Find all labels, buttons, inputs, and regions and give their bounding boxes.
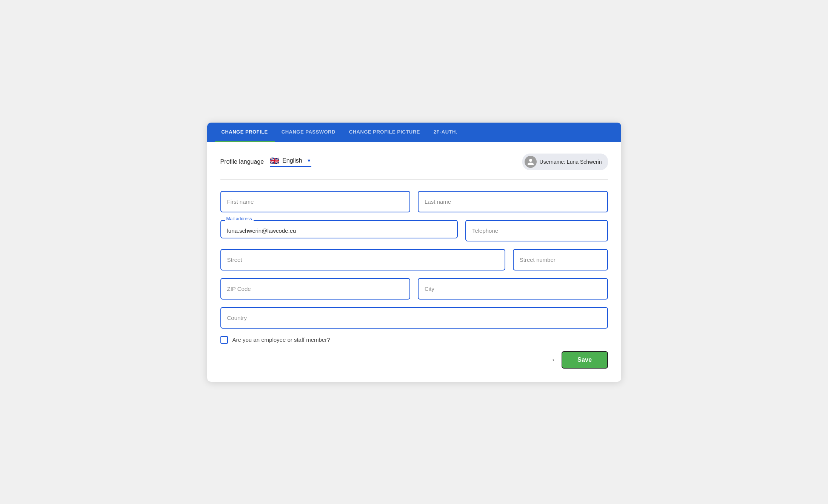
chevron-down-icon: ▼ [307, 158, 311, 163]
first-name-field [220, 191, 411, 212]
main-window: CHANGE PROFILE CHANGE PASSWORD CHANGE PR… [207, 123, 621, 382]
country-row [220, 307, 608, 329]
country-input[interactable] [220, 307, 608, 329]
last-name-field [418, 191, 608, 212]
employee-checkbox-label: Are you an employee or staff member? [232, 337, 330, 343]
divider [220, 179, 608, 180]
username-label: Username: Luna Schwerin [540, 159, 602, 165]
mail-address-label: Mail address [225, 216, 254, 221]
street-input[interactable] [220, 249, 505, 270]
save-button[interactable]: Save [562, 351, 608, 369]
content-area: Profile language 🇬🇧 English ▼ Username: … [207, 142, 621, 382]
country-field [220, 307, 608, 329]
tab-change-profile-picture[interactable]: CHANGE PROFILE PICTURE [342, 123, 427, 142]
zip-city-row [220, 278, 608, 300]
name-row [220, 191, 608, 212]
user-badge: Username: Luna Schwerin [522, 154, 608, 170]
tab-change-profile[interactable]: CHANGE PROFILE [215, 123, 275, 142]
tab-change-password[interactable]: CHANGE PASSWORD [275, 123, 342, 142]
street-number-field [513, 249, 608, 270]
telephone-input[interactable] [465, 220, 608, 241]
avatar [525, 156, 537, 168]
city-field [418, 278, 608, 300]
telephone-field [465, 220, 608, 241]
employee-checkbox[interactable] [220, 336, 228, 344]
mail-address-input[interactable] [220, 220, 458, 238]
street-row [220, 249, 608, 270]
save-row: → Save [220, 351, 608, 369]
language-selector[interactable]: 🇬🇧 English ▼ [270, 157, 311, 167]
street-number-input[interactable] [513, 249, 608, 270]
language-row: Profile language 🇬🇧 English ▼ Username: … [220, 154, 608, 170]
checkbox-row: Are you an employee or staff member? [220, 336, 608, 344]
city-input[interactable] [418, 278, 608, 300]
arrow-icon: → [548, 355, 556, 364]
first-name-input[interactable] [220, 191, 411, 212]
mail-address-field: Mail address [220, 220, 458, 241]
language-text: English [282, 157, 302, 164]
tab-bar: CHANGE PROFILE CHANGE PASSWORD CHANGE PR… [207, 123, 621, 142]
language-left: Profile language 🇬🇧 English ▼ [220, 157, 311, 167]
flag-icon: 🇬🇧 [270, 157, 279, 164]
zip-code-field [220, 278, 411, 300]
mail-telephone-row: Mail address [220, 220, 608, 241]
street-field [220, 249, 505, 270]
profile-language-label: Profile language [220, 158, 264, 165]
tab-2f-auth[interactable]: 2F-AUTH. [427, 123, 464, 142]
last-name-input[interactable] [418, 191, 608, 212]
zip-code-input[interactable] [220, 278, 411, 300]
